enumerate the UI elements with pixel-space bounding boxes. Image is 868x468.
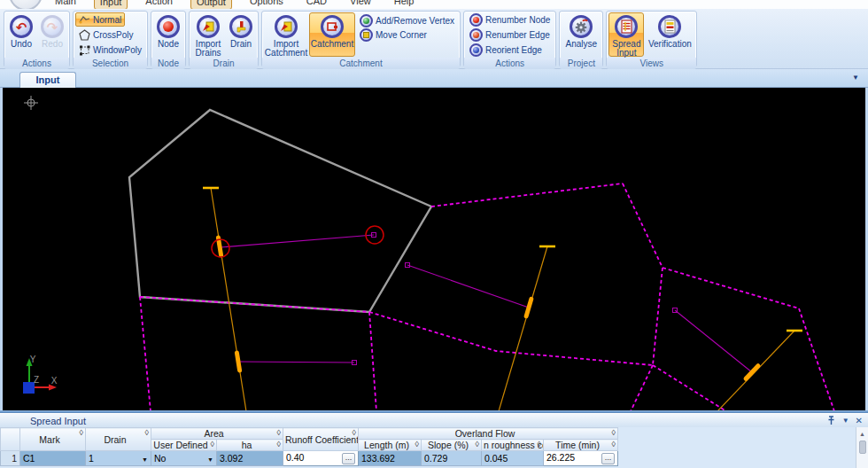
boundary-polygon[interactable] bbox=[129, 110, 431, 312]
column-header-area[interactable]: Area◊ bbox=[151, 428, 283, 440]
renumber-node-button[interactable]: Renumber Node bbox=[466, 12, 554, 27]
tab-list-icon[interactable]: ▼ bbox=[852, 74, 859, 82]
menu-tab-main[interactable]: Main bbox=[50, 0, 81, 9]
menu-tab-action[interactable]: Action bbox=[140, 0, 178, 9]
sort-icon: ◊ bbox=[415, 440, 419, 448]
catchment-edge[interactable] bbox=[623, 183, 663, 268]
column-header-ha[interactable]: ha◊ bbox=[217, 440, 283, 451]
renumber-edge-button[interactable]: Renumber Edge bbox=[466, 27, 554, 42]
menu-tab-options[interactable]: Options bbox=[244, 0, 289, 9]
reorient-edge-button[interactable]: Reorient Edge bbox=[466, 43, 546, 57]
ellipsis-button[interactable]: ... bbox=[342, 453, 355, 464]
ha-cell[interactable]: 3.092 bbox=[217, 451, 283, 466]
selection-crosspoly-button[interactable]: CrossPoly bbox=[75, 27, 137, 42]
spread-input-button[interactable]: Spread Input bbox=[608, 12, 644, 57]
catchment-edge[interactable] bbox=[369, 312, 653, 365]
ribbon-group-node: Node Node bbox=[151, 11, 186, 67]
column-header-length[interactable]: Length (m)◊ bbox=[359, 440, 422, 451]
catchment-edge[interactable] bbox=[663, 268, 799, 308]
time-cell[interactable]: ...26.225 bbox=[544, 451, 618, 466]
redo-icon: ↷ bbox=[41, 15, 64, 38]
flow-line[interactable] bbox=[221, 235, 374, 247]
table-scrollbar[interactable]: ▲ bbox=[856, 427, 868, 468]
ribbon-tab-bar: Main Input Action Output Options CAD Vie… bbox=[0, 0, 868, 9]
column-header-runoff[interactable]: Runoff Coefficient◊ bbox=[283, 428, 359, 451]
column-header-mark[interactable]: Mark◊ bbox=[20, 428, 86, 451]
application-button[interactable] bbox=[9, 0, 43, 9]
redo-button[interactable]: ↷ Redo bbox=[37, 12, 67, 57]
scroll-up-icon[interactable]: ▲ bbox=[859, 431, 865, 437]
import-drains-button[interactable]: Import Drains bbox=[191, 12, 225, 57]
import-catchment-button[interactable]: Import Catchment bbox=[264, 12, 308, 57]
group-label-actions: Actions bbox=[4, 58, 69, 69]
menu-tab-cad[interactable]: CAD bbox=[301, 0, 332, 9]
verification-button[interactable]: Verification bbox=[645, 12, 694, 57]
close-panel-icon[interactable]: ✕ bbox=[856, 417, 863, 425]
undo-button[interactable]: ↶ Undo bbox=[6, 12, 36, 57]
catchment-edge[interactable] bbox=[140, 297, 369, 312]
ribbon-group-edit-actions: Renumber Node Renumber Edge Reorient Edg… bbox=[463, 11, 556, 67]
pin-icon[interactable] bbox=[826, 416, 836, 425]
sort-icon: ◊ bbox=[277, 428, 281, 437]
drain-node[interactable] bbox=[236, 353, 239, 370]
panel-title-bar: Spread Input ▼ ✕ bbox=[0, 413, 868, 427]
cad-viewport[interactable]: YXZ bbox=[0, 88, 868, 410]
add-remove-vertex-button[interactable]: Add/Remove Vertex bbox=[356, 13, 458, 27]
ucs-y-label: Y bbox=[30, 355, 36, 364]
drain-node[interactable] bbox=[526, 299, 531, 316]
n-roughness-cell[interactable]: 0.045 bbox=[482, 451, 544, 466]
selection-normal-button[interactable]: Normal bbox=[75, 12, 125, 27]
document-tab-input[interactable]: Input bbox=[19, 72, 76, 88]
cad-canvas[interactable]: YXZ bbox=[3, 88, 865, 410]
analyse-button[interactable]: Analyse bbox=[562, 12, 601, 57]
flow-line[interactable] bbox=[675, 310, 752, 372]
node-button[interactable]: Node bbox=[153, 12, 183, 57]
runoff-cell[interactable]: ...0.40 bbox=[283, 451, 359, 466]
drain-cell[interactable]: ▼1 bbox=[86, 451, 151, 466]
column-header-user-defined[interactable]: User Defined◊ bbox=[151, 440, 217, 451]
drain-line[interactable] bbox=[499, 246, 547, 410]
flow-line[interactable] bbox=[238, 362, 354, 363]
menu-tab-help[interactable]: Help bbox=[389, 0, 420, 9]
catchment-edge[interactable] bbox=[653, 268, 663, 365]
length-cell[interactable]: 133.692 bbox=[359, 451, 422, 466]
catchment-edge[interactable] bbox=[431, 183, 623, 207]
column-header-slope[interactable]: Slope (%)◊ bbox=[422, 440, 482, 451]
drain-line[interactable] bbox=[211, 188, 246, 410]
menu-tab-view[interactable]: View bbox=[345, 0, 376, 9]
pentagon-icon bbox=[79, 29, 90, 41]
drain-node[interactable] bbox=[218, 238, 221, 255]
drain-button[interactable]: Drain bbox=[226, 12, 256, 57]
catchment-edge[interactable] bbox=[631, 365, 653, 410]
menu-tab-input[interactable]: Input bbox=[94, 0, 128, 9]
ellipsis-button[interactable]: ... bbox=[601, 453, 615, 464]
menu-tab-output[interactable]: Output bbox=[190, 0, 232, 9]
drain-node[interactable] bbox=[746, 366, 758, 378]
column-header-n-roughness[interactable]: n roughness coef◊ bbox=[482, 440, 544, 451]
move-corner-button[interactable]: Move Corner bbox=[356, 27, 458, 42]
user-defined-cell[interactable]: ▼No bbox=[151, 451, 217, 466]
dropdown-icon[interactable]: ▼ bbox=[142, 456, 148, 463]
group-label-drain: Drain bbox=[190, 58, 258, 69]
move-corner-icon bbox=[360, 28, 373, 42]
verification-icon bbox=[658, 15, 681, 38]
column-header-time[interactable]: Time (min)◊ bbox=[544, 440, 618, 451]
catchment-edge[interactable] bbox=[369, 312, 376, 410]
import-catchment-icon bbox=[275, 15, 298, 38]
selection-windowpoly-button[interactable]: WindowPoly bbox=[75, 43, 145, 57]
flow-line[interactable] bbox=[407, 265, 529, 308]
dropdown-icon[interactable]: ▼ bbox=[207, 456, 213, 463]
column-header-overland-flow[interactable]: Overland Flow◊ bbox=[359, 428, 618, 440]
panel-body: Mark◊ Drain◊ Area◊ Runoff Coefficient◊ O… bbox=[0, 427, 868, 468]
mark-cell[interactable]: C1 bbox=[20, 451, 86, 466]
catchment-edge[interactable] bbox=[140, 297, 151, 410]
slope-cell[interactable]: 0.729 bbox=[422, 451, 482, 466]
scrollbar-thumb[interactable] bbox=[859, 441, 866, 454]
catchment-edge[interactable] bbox=[799, 308, 834, 410]
reorient-edge-icon bbox=[469, 43, 483, 57]
catchment-edge[interactable] bbox=[653, 365, 726, 410]
collapse-panel-icon[interactable]: ▼ bbox=[842, 417, 849, 425]
marquee-icon bbox=[79, 44, 90, 56]
column-header-drain[interactable]: Drain◊ bbox=[86, 428, 151, 451]
catchment-button[interactable]: Catchment bbox=[309, 12, 355, 57]
